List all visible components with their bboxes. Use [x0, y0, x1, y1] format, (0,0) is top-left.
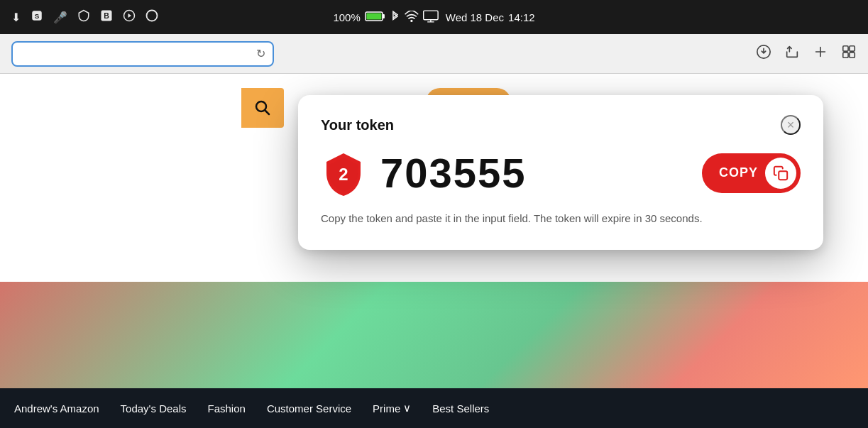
download-action-icon[interactable]: [756, 44, 771, 63]
svg-rect-13: [843, 46, 848, 51]
svg-rect-8: [383, 14, 385, 18]
circle-icon[interactable]: [145, 9, 158, 25]
modal-title: Your token: [321, 117, 394, 133]
datetime-display: Wed 18 Dec: [446, 11, 504, 23]
shield-menu-icon[interactable]: [77, 9, 90, 25]
monitor-icon[interactable]: [423, 10, 439, 25]
svg-marker-5: [128, 13, 132, 18]
menubar: ⬇ S 🎤 B 100% Wed 18 Dec 1: [0, 0, 868, 34]
amazon-nav: Andrew's Amazon Today's Deals Fashion Cu…: [0, 388, 868, 428]
copy-label: COPY: [719, 165, 758, 180]
browser-actions: [756, 44, 857, 63]
downloader-icon[interactable]: ⬇: [11, 11, 21, 24]
modal-header: Your token ×: [321, 115, 801, 135]
share-action-icon[interactable]: [784, 44, 800, 63]
svg-rect-20: [779, 171, 787, 180]
modal-body: 2 703555 COPY: [321, 149, 801, 197]
copy-button[interactable]: COPY: [702, 153, 801, 193]
battery-icon: [365, 11, 386, 24]
nav-item-andrews-amazon[interactable]: Andrew's Amazon: [14, 402, 99, 415]
new-tab-icon[interactable]: [813, 44, 828, 63]
battery-percentage: 100%: [333, 11, 360, 23]
svg-text:S: S: [35, 12, 40, 20]
svg-rect-11: [424, 11, 438, 20]
nav-item-customer-service[interactable]: Customer Service: [267, 402, 351, 415]
skype-icon[interactable]: S: [31, 9, 43, 25]
page-content: Andrew's Amazon Today's Deals Fashion Cu…: [0, 74, 868, 428]
tabs-icon[interactable]: [841, 44, 857, 63]
nav-item-best-sellers[interactable]: Best Sellers: [432, 402, 489, 415]
nav-item-todays-deals[interactable]: Today's Deals: [121, 402, 187, 415]
modal-close-button[interactable]: ×: [781, 115, 801, 135]
modal-footer-text: Copy the token and paste it in the input…: [321, 212, 703, 224]
svg-point-6: [147, 11, 158, 21]
token-value: 703555: [380, 149, 688, 197]
token-modal: Your token × 2 703555 COPY: [298, 95, 823, 250]
bluetooth-icon[interactable]: [390, 10, 400, 25]
nav-item-fashion[interactable]: Fashion: [208, 402, 246, 415]
browser-chrome: ↻: [0, 34, 868, 74]
address-bar[interactable]: ↻: [11, 41, 274, 67]
svg-point-10: [410, 19, 412, 21]
menubar-left-icons: ⬇ S 🎤 B: [11, 9, 158, 25]
svg-line-18: [265, 111, 270, 115]
modal-footer: Copy the token and paste it in the input…: [321, 211, 801, 227]
app-shield-icon: 2: [321, 150, 366, 196]
amazon-search-area[interactable]: [241, 88, 284, 128]
nav-item-prime[interactable]: Prime∨: [373, 402, 411, 415]
svg-rect-16: [850, 53, 855, 57]
page-background: [0, 282, 868, 388]
time-display: 14:12: [508, 11, 535, 23]
copy-icon: [765, 158, 796, 189]
mic-icon[interactable]: 🎤: [53, 11, 67, 24]
svg-text:2: 2: [339, 165, 348, 184]
menubar-center: 100% Wed 18 Dec 14:12: [333, 10, 534, 25]
play-icon[interactable]: [123, 9, 136, 25]
svg-text:B: B: [104, 11, 109, 20]
wifi-icon[interactable]: [405, 11, 419, 24]
reload-icon[interactable]: ↻: [256, 47, 265, 60]
bold-icon[interactable]: B: [100, 9, 113, 25]
svg-rect-15: [843, 53, 848, 57]
svg-rect-14: [850, 46, 855, 51]
svg-rect-9: [366, 13, 381, 19]
